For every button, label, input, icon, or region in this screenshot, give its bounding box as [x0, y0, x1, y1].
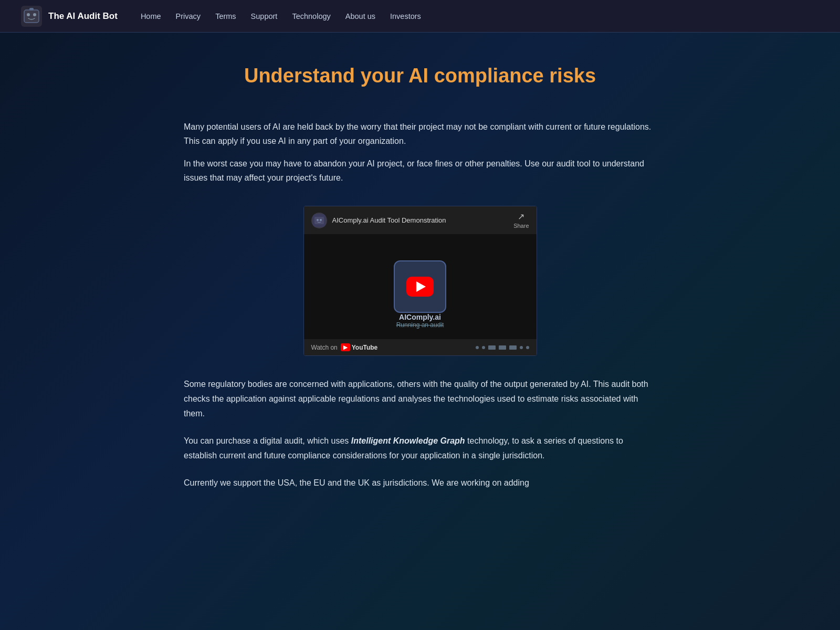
ctrl-rect-1 — [488, 345, 496, 350]
youtube-logo: ▶ YouTube — [341, 343, 378, 351]
yt-logo-icon: ▶ — [341, 343, 350, 351]
brand[interactable]: The AI Audit Bot — [21, 6, 118, 27]
yt-logo-text: YouTube — [352, 344, 378, 351]
video-embed: AIComply.ai Audit Tool Demonstration ↗ S… — [304, 206, 537, 355]
body-section: Some regulatory bodies are concerned wit… — [184, 377, 656, 490]
body-p2-start: You can purchase a digital audit, which … — [184, 436, 351, 445]
video-overlay: AIComply.ai Running an audit — [304, 313, 537, 329]
page-title: Understand your AI compliance risks — [184, 64, 656, 88]
body-paragraph-1: Some regulatory bodies are concerned wit… — [184, 377, 656, 421]
channel-logo-icon — [313, 214, 326, 227]
ctrl-dot-2 — [482, 346, 485, 349]
nav-link-home[interactable]: Home — [141, 12, 161, 20]
video-overlay-subtitle: Running an audit — [304, 321, 537, 329]
video-thumbnail[interactable]: AIComply.ai Running an audit — [304, 234, 537, 339]
svg-rect-6 — [314, 217, 324, 224]
intro-block: Many potential users of AI are held back… — [184, 120, 656, 185]
ctrl-rect-3 — [509, 345, 517, 350]
body-p2-italic: Intelligent Knowledge Graph — [351, 436, 465, 445]
main-content: Understand your AI compliance risks Many… — [163, 33, 677, 534]
ctrl-dot-3 — [520, 346, 523, 349]
nav-link-terms[interactable]: Terms — [215, 12, 236, 20]
svg-rect-4 — [29, 8, 34, 10]
share-button[interactable]: ↗ Share — [513, 212, 529, 229]
ctrl-dot-4 — [526, 346, 529, 349]
play-triangle-icon — [416, 281, 426, 292]
ctrl-dot-1 — [476, 346, 479, 349]
logo-icon — [21, 6, 42, 27]
youtube-play-button[interactable] — [406, 277, 434, 297]
video-controls — [476, 345, 529, 350]
nav-links: Home Privacy Terms Support Technology Ab… — [141, 12, 421, 20]
video-title: AIComply.ai Audit Tool Demonstration — [332, 216, 446, 224]
intro-paragraph-1: Many potential users of AI are held back… — [184, 120, 656, 148]
video-footer: Watch on ▶ YouTube — [304, 339, 537, 355]
ctrl-rect-2 — [499, 345, 506, 350]
watch-on-label: Watch on ▶ YouTube — [311, 343, 378, 351]
svg-rect-1 — [24, 10, 39, 23]
video-overlay-title: AIComply.ai — [304, 313, 537, 321]
intro-paragraph-2: In the worst case you may have to abando… — [184, 156, 656, 185]
video-container: AIComply.ai Audit Tool Demonstration ↗ S… — [303, 206, 537, 356]
svg-point-7 — [317, 219, 319, 221]
video-header: AIComply.ai Audit Tool Demonstration ↗ S… — [304, 206, 537, 234]
nav-link-about[interactable]: About us — [345, 12, 375, 20]
share-label: Share — [513, 223, 529, 229]
brand-title: The AI Audit Bot — [48, 11, 118, 22]
nav-link-technology[interactable]: Technology — [292, 12, 330, 20]
share-icon: ↗ — [518, 212, 524, 222]
nav-link-investors[interactable]: Investors — [390, 12, 421, 20]
nav-link-privacy[interactable]: Privacy — [176, 12, 201, 20]
video-header-left: AIComply.ai Audit Tool Demonstration — [311, 213, 446, 228]
svg-point-8 — [320, 219, 322, 221]
navbar: The AI Audit Bot Home Privacy Terms Supp… — [0, 0, 840, 33]
body-paragraph-2: You can purchase a digital audit, which … — [184, 434, 656, 463]
video-thumb-inner — [394, 260, 446, 313]
body-paragraph-3: Currently we support the USA, the EU and… — [184, 476, 656, 490]
svg-point-3 — [33, 13, 36, 16]
svg-point-2 — [27, 13, 30, 16]
channel-icon — [311, 213, 327, 228]
nav-link-support[interactable]: Support — [251, 12, 278, 20]
